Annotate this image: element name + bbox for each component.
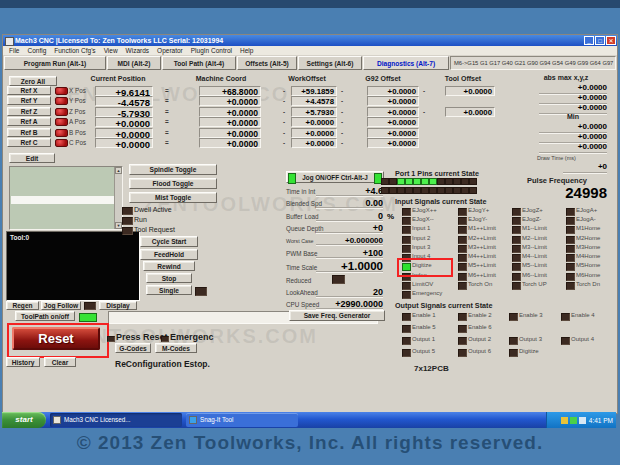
ref-y-led [55,97,68,105]
input-led [458,236,467,244]
press-reset-label: Press Reset [116,332,168,342]
current-b-dro[interactable]: +0.0000 [95,128,153,138]
g92-x-dro[interactable]: +0.0000 [367,86,419,96]
flood-toggle-button[interactable]: Flood Toggle [129,178,217,189]
tray-icon[interactable] [570,417,577,424]
gcode-scrollbar[interactable]: ▲ ▼ [114,167,122,229]
ref-x-button[interactable]: Ref X [7,86,51,95]
clear-button[interactable]: Clear [44,357,76,367]
current-z-dro[interactable]: -5.7930 [95,107,153,117]
tray-icon[interactable] [561,417,568,424]
menu-wizards[interactable]: Wizards [122,47,153,54]
machine-z-dro[interactable]: +0.0000 [199,107,261,117]
input-label: M3++Limit [468,244,496,250]
jog-follow-button[interactable]: Jog Follow [41,301,81,310]
input-label: EJogX-- [412,216,434,222]
save-freq-generator-button[interactable]: Save Freq. Generator [289,310,385,321]
g92-c-dro[interactable]: +0.0000 [367,138,419,148]
close-button[interactable]: ✕ [606,36,616,45]
tool-z-dro[interactable]: +0.0000 [445,107,495,117]
output-label: Output 4 [571,336,594,342]
rewind-button[interactable]: Rewind [143,261,195,271]
toolpath-onoff-button[interactable]: ToolPath on/off [15,311,75,321]
system-tray[interactable]: 4:41 PM [546,412,616,428]
menu-file[interactable]: File [5,47,23,54]
ref-a-button[interactable]: Ref A [7,117,51,126]
display-button[interactable]: Display [99,301,137,310]
ref-b-button[interactable]: Ref B [7,128,51,137]
buffer-load-row: Buffer Load 0 [286,210,383,221]
ref-z-button[interactable]: Ref Z [7,107,51,116]
machine-x-dro[interactable]: +68.8000 [199,86,261,96]
machine-b-dro[interactable]: +0.0000 [199,128,261,138]
tab-tool-path[interactable]: Tool Path (Alt-4) [162,56,236,70]
g92-y-dro[interactable]: +0.0000 [367,96,419,106]
axis-label: Z Pos [69,108,85,115]
input-led [512,254,521,262]
current-y-dro[interactable]: -4.4578 [95,96,153,106]
menu-view[interactable]: View [100,47,122,54]
tray-icon[interactable] [579,417,586,424]
tab-offsets[interactable]: Offsets (Alt-5) [237,56,297,70]
menu-function-cfgs[interactable]: Function Cfg's [50,47,99,54]
menu-operator[interactable]: Operator [153,47,187,54]
current-c-dro[interactable]: +0.0000 [95,138,153,148]
tool-x-dro[interactable]: +0.0000 [445,86,495,96]
jog-onoff-button[interactable]: Jog ON/OFF Ctrl-Alt-J [286,171,384,183]
ref-y-button[interactable]: Ref Y [7,96,51,105]
current-x-dro[interactable]: +9.6141 [95,86,153,96]
reset-button[interactable]: Reset [12,327,100,350]
ref-c-button[interactable]: Ref C [7,138,51,147]
row-label: Queue Depth [286,225,323,232]
maximize-button[interactable]: □ [595,36,605,45]
port-pin [381,187,389,194]
g92-a-dro[interactable]: +0.0000 [367,117,419,127]
input-led [458,254,467,262]
cycle-start-button[interactable]: Cycle Start [140,236,198,247]
mcodes-button[interactable]: M-Codes [155,343,197,353]
start-button[interactable]: start [2,412,46,428]
menu-plugin-control[interactable]: PlugIn Control [187,47,236,54]
work-c-dro[interactable]: +0.0000 [291,138,337,148]
tab-settings[interactable]: Settings (Alt-6) [298,56,362,70]
machine-a-dro[interactable]: +0.0000 [199,117,261,127]
gcodes-button[interactable]: G-Codes [115,343,151,353]
menu-help[interactable]: Help [236,47,257,54]
emergency-led [161,336,169,342]
row-label: Time in Int [286,188,315,195]
scroll-up-icon[interactable]: ▲ [115,167,122,174]
title-bar[interactable]: Mach3 CNC |Licensed To: Zen Toolworks LL… [3,35,617,46]
work-b-dro[interactable]: +0.0000 [291,128,337,138]
scroll-down-icon[interactable]: ▼ [115,222,122,229]
single-button[interactable]: Single [146,285,192,295]
taskbar-item-snagit[interactable]: Snag-It Tool [186,413,298,427]
toolpath-display[interactable]: Tool:0 [6,231,140,301]
tab-mdi[interactable]: MDI (Alt-2) [107,56,161,70]
work-a-dro[interactable]: +0.0000 [291,117,337,127]
gcode-listbox[interactable]: ▲ ▼ [9,166,123,230]
current-a-dro[interactable]: +0.0000 [95,117,153,127]
minimize-button[interactable]: _ [584,36,594,45]
history-button[interactable]: History [6,357,40,367]
feedhold-button[interactable]: FeedHold [140,249,198,260]
machine-c-dro[interactable]: +0.0000 [199,138,261,148]
g92-z-dro[interactable]: +0.0000 [367,107,419,117]
edit-button[interactable]: Edit [9,153,55,163]
zero-all-button[interactable]: Zero All [9,76,57,86]
press-reset-led [107,336,115,342]
g92-b-dro[interactable]: +0.0000 [367,128,419,138]
menu-config[interactable]: Config [23,47,50,54]
mist-toggle-button[interactable]: Mist Toggle [129,192,217,203]
spindle-toggle-button[interactable]: Spindle Toggle [129,164,217,175]
input-led [512,208,521,216]
work-z-dro[interactable]: +5.7930 [291,107,337,117]
stop-button[interactable]: Stop [146,273,192,283]
work-y-dro[interactable]: +4.4578 [291,96,337,106]
gcode-selected-line[interactable] [11,196,114,204]
work-x-dro[interactable]: +59.1859 [291,86,337,96]
machine-y-dro[interactable]: +0.0000 [199,96,261,106]
tab-diagnostics[interactable]: Diagnostics (Alt-7) [363,56,449,70]
regen-button[interactable]: Regen [6,301,39,310]
taskbar-item-mach3[interactable]: Mach3 CNC Licensed... [50,413,182,427]
tab-program-run[interactable]: Program Run (Alt-1) [4,56,106,70]
